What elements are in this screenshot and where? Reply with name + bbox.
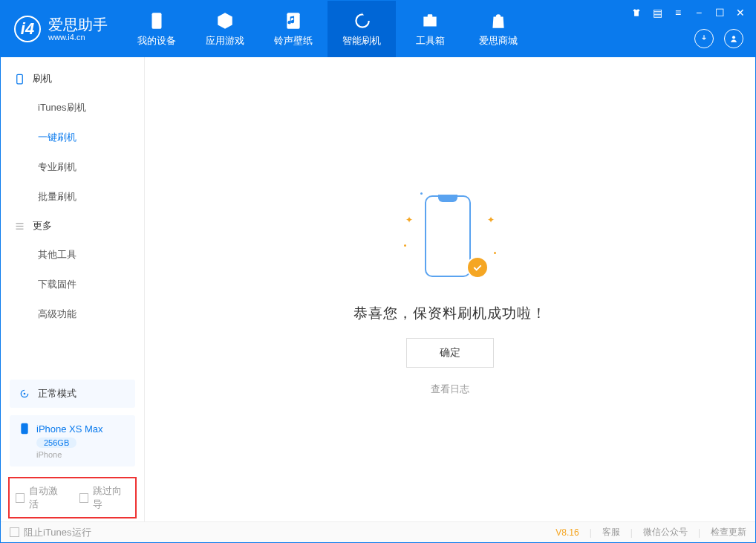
window-controls: ▤ ≡ − ☐ ✕ xyxy=(629,5,748,20)
device-mode-label: 正常模式 xyxy=(38,387,76,400)
tab-toolbox[interactable]: 工具箱 xyxy=(396,1,464,57)
tab-label: 应用游戏 xyxy=(206,34,244,48)
success-illustration: ✦ ✦ xyxy=(398,185,502,289)
refresh-icon xyxy=(352,11,371,30)
ok-button[interactable]: 确定 xyxy=(406,338,494,368)
svg-rect-3 xyxy=(17,74,23,84)
sidebar: 刷机 iTunes刷机 一键刷机 专业刷机 批量刷机 更多 其他工具 下载固件 … xyxy=(1,57,145,523)
minimize-button[interactable]: − xyxy=(691,5,706,20)
checkbox-label: 阻止iTunes运行 xyxy=(24,526,91,539)
device-type: iPhone xyxy=(36,450,126,459)
sidebar-item-download-firmware[interactable]: 下载固件 xyxy=(1,270,144,299)
app-subtitle: www.i4.cn xyxy=(48,33,108,42)
app-title: 爱思助手 xyxy=(48,16,108,33)
svg-rect-8 xyxy=(22,423,27,433)
device-mode-card[interactable]: 正常模式 xyxy=(10,380,135,408)
tshirt-icon[interactable] xyxy=(629,5,644,20)
sidebar-group-more: 更多 xyxy=(1,212,144,240)
checkmark-badge xyxy=(466,256,489,279)
cube-icon xyxy=(215,11,235,30)
device-storage-badge: 256GB xyxy=(36,438,76,448)
svg-rect-0 xyxy=(152,13,162,29)
tab-ringtones-wallpapers[interactable]: 铃声壁纸 xyxy=(259,1,328,57)
logo-icon: i4 xyxy=(14,16,41,42)
checkbox-auto-activate[interactable]: 自动激活 xyxy=(16,484,66,511)
tab-apps-games[interactable]: 应用游戏 xyxy=(191,1,259,57)
download-icon[interactable] xyxy=(694,29,714,48)
list-icon xyxy=(14,221,25,232)
tab-my-device[interactable]: 我的设备 xyxy=(123,1,191,57)
version-label: V8.16 xyxy=(555,527,579,538)
tab-store[interactable]: 爱思商城 xyxy=(464,1,532,57)
svg-point-2 xyxy=(732,36,735,39)
checkbox-icon xyxy=(16,493,25,503)
sidebar-item-batch-flash[interactable]: 批量刷机 xyxy=(1,182,144,212)
sidebar-group-title: 刷机 xyxy=(33,72,52,85)
tab-label: 铃声壁纸 xyxy=(274,34,313,48)
sidebar-item-other-tools[interactable]: 其他工具 xyxy=(1,240,144,270)
main-content: ✦ ✦ 恭喜您，保资料刷机成功啦！ 确定 查看日志 xyxy=(145,57,755,523)
user-icon[interactable] xyxy=(724,29,743,48)
bag-icon xyxy=(489,11,508,30)
checkbox-label: 自动激活 xyxy=(29,484,65,511)
music-icon xyxy=(284,11,303,30)
checkbox-icon xyxy=(79,493,88,503)
title-bar: i4 爱思助手 www.i4.cn 我的设备 应用游戏 铃声壁纸 智能刷机 工具… xyxy=(1,1,755,57)
view-log-link[interactable]: 查看日志 xyxy=(431,383,469,396)
sidebar-item-oneclick-flash[interactable]: 一键刷机 xyxy=(1,123,144,152)
sidebar-group-flash: 刷机 xyxy=(1,65,144,93)
highlighted-options: 自动激活 跳过向导 xyxy=(8,477,137,518)
tab-label: 工具箱 xyxy=(416,34,445,48)
device-info-card[interactable]: iPhone XS Max 256GB iPhone xyxy=(10,415,135,466)
maximize-button[interactable]: ☐ xyxy=(712,5,727,20)
tab-label: 爱思商城 xyxy=(479,34,518,48)
sidebar-item-pro-flash[interactable]: 专业刷机 xyxy=(1,152,144,182)
checkbox-icon xyxy=(10,527,19,537)
menu-icon[interactable]: ≡ xyxy=(671,5,685,20)
phone-icon xyxy=(19,423,30,435)
checkbox-label: 跳过向导 xyxy=(93,484,129,511)
footer-link-wechat[interactable]: 微信公众号 xyxy=(643,526,688,539)
sidebar-group-title: 更多 xyxy=(33,219,52,233)
footer-link-support[interactable]: 客服 xyxy=(602,526,620,539)
close-button[interactable]: ✕ xyxy=(733,5,748,20)
list-icon[interactable]: ▤ xyxy=(650,5,665,20)
success-message: 恭喜您，保资料刷机成功啦！ xyxy=(353,304,547,323)
briefcase-icon xyxy=(420,11,440,30)
device-icon xyxy=(147,11,166,30)
checkbox-skip-guide[interactable]: 跳过向导 xyxy=(79,484,130,511)
tab-smart-flash[interactable]: 智能刷机 xyxy=(328,1,396,57)
sidebar-item-advanced[interactable]: 高级功能 xyxy=(1,299,144,329)
phone-icon xyxy=(14,74,25,85)
main-tabs: 我的设备 应用游戏 铃声壁纸 智能刷机 工具箱 爱思商城 xyxy=(123,1,532,57)
footer-link-update[interactable]: 检查更新 xyxy=(711,526,746,539)
status-bar: 阻止iTunes运行 V8.16 | 客服 | 微信公众号 | 检查更新 xyxy=(1,521,755,542)
sidebar-item-itunes-flash[interactable]: iTunes刷机 xyxy=(1,93,144,123)
sync-icon xyxy=(19,388,30,400)
app-logo: i4 爱思助手 www.i4.cn xyxy=(1,1,123,57)
svg-point-7 xyxy=(24,393,26,395)
tab-label: 智能刷机 xyxy=(342,34,381,48)
tab-label: 我的设备 xyxy=(137,34,176,48)
checkbox-block-itunes[interactable]: 阻止iTunes运行 xyxy=(10,526,91,539)
phone-graphic xyxy=(425,195,471,277)
device-name: iPhone XS Max xyxy=(36,423,103,435)
